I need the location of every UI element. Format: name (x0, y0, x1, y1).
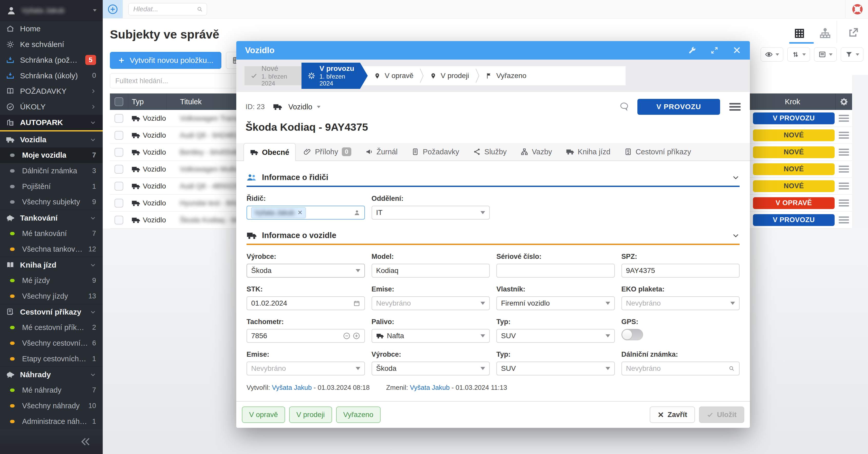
filter-button[interactable] (841, 47, 863, 62)
remove-chip-icon[interactable]: ✕ (298, 209, 303, 216)
sidebar-item-me-tankovani[interactable]: Mé tankování 7 (0, 226, 103, 241)
tab-obecne[interactable]: Obecné (243, 143, 296, 161)
calendar-icon[interactable] (353, 300, 360, 307)
sidebar-item-vsechny-cestovni-prikazy[interactable]: Všechny cestovní pří... 6 (0, 335, 103, 351)
sidebar-item-vsechny-subjekty[interactable]: Všechny subjekty 9 (0, 194, 103, 210)
vyrobce-2-select[interactable]: Škoda (372, 362, 490, 375)
save-button[interactable]: Uložit (699, 406, 744, 423)
row-checkbox[interactable] (115, 199, 123, 208)
typ-2-select[interactable]: SUV (496, 362, 615, 375)
vlastnik-select[interactable]: Firemní vozidlo (496, 296, 615, 310)
tab-sluzby[interactable]: Služby (467, 143, 513, 160)
sidebar-item-autopark[interactable]: AUTOPARK (0, 115, 103, 132)
select-all-checkbox[interactable] (115, 97, 123, 106)
row-checkbox[interactable] (115, 114, 123, 123)
tab-pozadavky[interactable]: Požadavky (405, 143, 465, 160)
krok-row[interactable]: NOVÉ (750, 178, 852, 195)
krok-row[interactable]: V OPRAVĚ (750, 195, 852, 212)
changed-user-link[interactable]: Vyšata Jakub (410, 384, 450, 391)
dalnicni-znamka-search[interactable]: Nevybráno (621, 362, 740, 375)
sidebar-item-pozadavky[interactable]: POŽADAVKY (0, 84, 103, 99)
emise-2-select[interactable]: Nevybráno (247, 362, 365, 375)
sidebar-item-vsechny-jizdy[interactable]: Všechny jízdy 13 (0, 289, 103, 304)
tachometr-stepper[interactable]: 7856 (247, 329, 365, 343)
close-button[interactable]: ✕Zavřít (650, 406, 695, 423)
sidebar-group-kniha-jizd[interactable]: Kniha jízd (0, 257, 103, 273)
column-typ[interactable]: Typ (128, 93, 166, 110)
sitemap-view-icon[interactable] (819, 28, 831, 39)
user-menu[interactable]: Vyšata Jakub (0, 0, 103, 21)
step-nove[interactable]: Nové1. březen 2024 (245, 66, 302, 85)
row-menu-icon[interactable] (839, 149, 849, 156)
sidebar-item-home[interactable]: Home (0, 21, 103, 37)
sidebar-item-pojisteni[interactable]: Pojištění 1 (0, 179, 103, 194)
palivo-select[interactable]: Nafta (372, 329, 490, 343)
typ-select[interactable]: SUV (496, 329, 615, 343)
row-menu-icon[interactable] (839, 216, 849, 223)
sidebar-item-me-jizdy[interactable]: Mé jízdy 9 (0, 273, 103, 289)
gps-toggle[interactable] (621, 329, 643, 340)
step-v-oprave[interactable]: V opravě (368, 66, 420, 85)
ridic-input[interactable]: Vyšata Jakub✕ (247, 206, 365, 219)
step-v-prodeji[interactable]: V prodeji (424, 66, 475, 85)
chevron-down-icon[interactable] (732, 232, 740, 239)
record-type-select[interactable]: Vozidlo (288, 103, 313, 111)
tab-kniha-jizd[interactable]: Kniha jízd (560, 143, 617, 160)
sidebar-item-ke-schvaleni[interactable]: Ke schválení (0, 37, 103, 52)
row-menu-icon[interactable] (839, 132, 849, 139)
tab-cestovni-prikazy[interactable]: Cestovní příkazy (618, 143, 697, 160)
sidebar-item-ukoly[interactable]: ÚKOLY (0, 99, 103, 115)
plus-icon[interactable] (352, 332, 360, 340)
row-checkbox[interactable] (115, 216, 123, 224)
sidebar-item-vsechna-tankovani[interactable]: Všechna tankování 12 (0, 241, 103, 257)
krok-row[interactable]: V PROVOZU (750, 110, 852, 127)
sidebar-group-vozidla[interactable]: Vozidla (0, 131, 103, 147)
seriove-cislo-input[interactable] (496, 264, 615, 278)
quick-add-button[interactable] (103, 0, 123, 18)
spz-input[interactable]: 9AY4375 (621, 264, 740, 278)
row-menu-icon[interactable] (839, 165, 849, 173)
export-icon[interactable] (847, 27, 859, 38)
global-search[interactable] (128, 3, 207, 16)
wrench-icon[interactable] (688, 46, 696, 55)
krok-row[interactable]: NOVÉ (750, 144, 852, 161)
stk-date-input[interactable]: 01.02.2024 (247, 296, 365, 310)
krok-row[interactable]: V PROVOZU (750, 212, 852, 229)
minus-icon[interactable] (343, 332, 350, 340)
to-v-oprave-button[interactable]: V opravě (242, 406, 285, 423)
tab-zurnal[interactable]: Žurnál (359, 143, 404, 160)
driver-chip[interactable]: Vyšata Jakub✕ (251, 207, 306, 218)
tab-prilohy[interactable]: Přílohy 0 (298, 143, 358, 160)
comments-icon[interactable] (618, 101, 629, 112)
table-view-icon[interactable] (794, 28, 805, 39)
row-menu-icon[interactable] (839, 115, 849, 122)
tab-vazby[interactable]: Vazby (515, 143, 558, 160)
table-settings-button[interactable] (835, 93, 852, 110)
close-icon[interactable]: ✕ (733, 45, 741, 56)
visibility-button[interactable] (761, 47, 783, 62)
step-v-provozu[interactable]: V provozu1. březen 2024 (302, 63, 368, 89)
fulltext-input[interactable] (115, 77, 239, 85)
sidebar-item-etapy-cestovnich-prikazu[interactable]: Etapy cestovních přík... 1 (0, 351, 103, 367)
row-checkbox[interactable] (115, 165, 123, 174)
sidebar-group-tankovani[interactable]: Tankování (0, 210, 103, 226)
sort-button[interactable] (787, 47, 810, 62)
model-input[interactable]: Kodiaq (372, 264, 490, 278)
to-vyrazeno-button[interactable]: Vyřazeno (336, 406, 380, 423)
chevron-down-icon[interactable] (732, 174, 740, 181)
oddeleni-select[interactable]: IT (372, 206, 490, 219)
sidebar-item-me-cestovni-prikazy[interactable]: Mé cestovní příkazy 2 (0, 320, 103, 336)
create-item-button[interactable]: Vytvořit novou položku... (110, 52, 221, 69)
fulltext-search[interactable] (110, 73, 245, 88)
sidebar-item-moje-vozidla[interactable]: Moje vozidla 7 (0, 147, 103, 163)
eko-plaketa-select[interactable]: Nevybráno (621, 296, 740, 310)
to-v-prodeji-button[interactable]: V prodeji (289, 406, 332, 423)
column-krok[interactable]: Krok (750, 93, 835, 110)
step-vyrazeno[interactable]: Vyřazeno (479, 66, 533, 85)
sidebar-group-cestovni-prikazy[interactable]: Cestovní příkazy (0, 304, 103, 320)
emise-select[interactable]: Nevybráno (372, 296, 490, 310)
layout-button[interactable] (814, 47, 837, 62)
sidebar-item-schranka-ukoly[interactable]: Schránka (úkoly) 0 (0, 68, 103, 84)
status-button[interactable]: V PROVOZU (638, 99, 720, 115)
krok-row[interactable]: NOVÉ (750, 161, 852, 178)
